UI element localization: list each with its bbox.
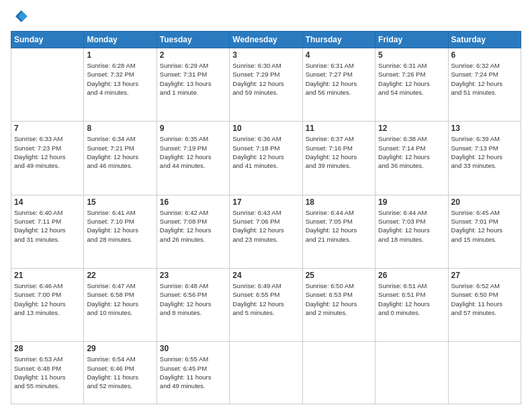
day-info: Sunrise: 6:50 AMSunset: 6:53 PMDaylight:… [306, 281, 372, 317]
col-tuesday: Tuesday [157, 32, 229, 48]
day-info: Sunrise: 6:31 AMSunset: 7:26 PMDaylight:… [378, 61, 445, 97]
table-row: 4Sunrise: 6:31 AMSunset: 7:27 PMDaylight… [302, 48, 375, 122]
table-row [375, 342, 448, 404]
day-info: Sunrise: 6:44 AMSunset: 7:05 PMDaylight:… [306, 208, 372, 244]
table-row: 29Sunrise: 6:54 AMSunset: 6:46 PMDayligh… [84, 342, 157, 404]
day-number: 15 [87, 197, 153, 207]
day-number: 20 [451, 197, 518, 207]
day-info: Sunrise: 6:49 AMSunset: 6:55 PMDaylight:… [232, 281, 299, 317]
table-row: 23Sunrise: 6:48 AMSunset: 6:56 PMDayligh… [157, 269, 229, 342]
day-number: 19 [378, 197, 445, 207]
table-row: 26Sunrise: 6:51 AMSunset: 6:51 PMDayligh… [375, 269, 448, 342]
day-number: 28 [14, 344, 81, 353]
day-info: Sunrise: 6:33 AMSunset: 7:23 PMDaylight:… [14, 134, 81, 170]
col-wednesday: Wednesday [230, 32, 302, 48]
day-info: Sunrise: 6:53 AMSunset: 6:48 PMDaylight:… [14, 355, 81, 390]
day-info: Sunrise: 6:31 AMSunset: 7:27 PMDaylight:… [306, 61, 372, 97]
day-info: Sunrise: 6:51 AMSunset: 6:51 PMDaylight:… [378, 281, 445, 317]
table-row: 9Sunrise: 6:35 AMSunset: 7:19 PMDaylight… [157, 122, 229, 195]
day-number: 9 [160, 124, 226, 133]
day-number: 5 [378, 50, 445, 60]
day-number: 21 [14, 271, 81, 280]
table-row: 6Sunrise: 6:32 AMSunset: 7:24 PMDaylight… [448, 48, 521, 122]
day-number: 2 [160, 50, 226, 60]
day-number: 8 [87, 124, 153, 133]
col-sunday: Sunday [11, 32, 84, 48]
table-row: 30Sunrise: 6:55 AMSunset: 6:45 PMDayligh… [157, 342, 229, 404]
day-number: 22 [87, 271, 153, 280]
day-number: 10 [232, 124, 299, 133]
day-number: 25 [306, 271, 372, 280]
table-row: 1Sunrise: 6:28 AMSunset: 7:32 PMDaylight… [84, 48, 157, 122]
table-row: 8Sunrise: 6:34 AMSunset: 7:21 PMDaylight… [84, 122, 157, 195]
table-row: 5Sunrise: 6:31 AMSunset: 7:26 PMDaylight… [375, 48, 448, 122]
day-info: Sunrise: 6:46 AMSunset: 7:00 PMDaylight:… [14, 281, 81, 317]
day-info: Sunrise: 6:39 AMSunset: 7:13 PMDaylight:… [451, 134, 518, 170]
col-saturday: Saturday [448, 32, 521, 48]
table-row: 27Sunrise: 6:52 AMSunset: 6:50 PMDayligh… [448, 269, 521, 342]
table-row: 12Sunrise: 6:38 AMSunset: 7:14 PMDayligh… [375, 122, 448, 195]
col-thursday: Thursday [302, 32, 375, 48]
table-row: 25Sunrise: 6:50 AMSunset: 6:53 PMDayligh… [302, 269, 375, 342]
logo [11, 8, 32, 27]
day-number: 24 [232, 271, 299, 280]
day-number: 14 [14, 197, 81, 207]
day-number: 12 [378, 124, 445, 133]
day-info: Sunrise: 6:44 AMSunset: 7:03 PMDaylight:… [378, 208, 445, 244]
day-info: Sunrise: 6:47 AMSunset: 6:58 PMDaylight:… [87, 281, 153, 317]
day-number: 23 [160, 271, 226, 280]
table-row [448, 342, 521, 404]
col-monday: Monday [84, 32, 157, 48]
day-info: Sunrise: 6:30 AMSunset: 7:29 PMDaylight:… [232, 61, 299, 97]
page: Sunday Monday Tuesday Wednesday Thursday… [0, 0, 532, 411]
day-info: Sunrise: 6:28 AMSunset: 7:32 PMDaylight:… [87, 61, 153, 97]
col-friday: Friday [375, 32, 448, 48]
day-number: 3 [232, 50, 299, 60]
table-row: 13Sunrise: 6:39 AMSunset: 7:13 PMDayligh… [448, 122, 521, 195]
day-number: 26 [378, 271, 445, 280]
day-info: Sunrise: 6:29 AMSunset: 7:31 PMDaylight:… [160, 61, 226, 97]
day-info: Sunrise: 6:37 AMSunset: 7:16 PMDaylight:… [306, 134, 372, 170]
table-row: 7Sunrise: 6:33 AMSunset: 7:23 PMDaylight… [11, 122, 84, 195]
day-number: 1 [87, 50, 153, 60]
calendar: Sunday Monday Tuesday Wednesday Thursday… [11, 31, 521, 404]
calendar-header-row: Sunday Monday Tuesday Wednesday Thursday… [11, 32, 521, 48]
table-row: 19Sunrise: 6:44 AMSunset: 7:03 PMDayligh… [375, 195, 448, 268]
table-row: 22Sunrise: 6:47 AMSunset: 6:58 PMDayligh… [84, 269, 157, 342]
day-number: 11 [306, 124, 372, 133]
logo-icon [11, 8, 30, 27]
day-info: Sunrise: 6:35 AMSunset: 7:19 PMDaylight:… [160, 134, 226, 170]
day-number: 7 [14, 124, 81, 133]
day-number: 29 [87, 344, 153, 353]
table-row: 10Sunrise: 6:36 AMSunset: 7:18 PMDayligh… [230, 122, 302, 195]
table-row: 11Sunrise: 6:37 AMSunset: 7:16 PMDayligh… [302, 122, 375, 195]
day-info: Sunrise: 6:34 AMSunset: 7:21 PMDaylight:… [87, 134, 153, 170]
table-row: 15Sunrise: 6:41 AMSunset: 7:10 PMDayligh… [84, 195, 157, 268]
table-row: 14Sunrise: 6:40 AMSunset: 7:11 PMDayligh… [11, 195, 84, 268]
day-info: Sunrise: 6:36 AMSunset: 7:18 PMDaylight:… [232, 134, 299, 170]
header [11, 8, 521, 27]
day-number: 18 [306, 197, 372, 207]
day-info: Sunrise: 6:48 AMSunset: 6:56 PMDaylight:… [160, 281, 226, 317]
day-info: Sunrise: 6:42 AMSunset: 7:08 PMDaylight:… [160, 208, 226, 244]
table-row: 2Sunrise: 6:29 AMSunset: 7:31 PMDaylight… [157, 48, 229, 122]
day-info: Sunrise: 6:52 AMSunset: 6:50 PMDaylight:… [451, 281, 518, 317]
table-row: 3Sunrise: 6:30 AMSunset: 7:29 PMDaylight… [230, 48, 302, 122]
day-number: 16 [160, 197, 226, 207]
day-info: Sunrise: 6:32 AMSunset: 7:24 PMDaylight:… [451, 61, 518, 97]
table-row: 18Sunrise: 6:44 AMSunset: 7:05 PMDayligh… [302, 195, 375, 268]
day-info: Sunrise: 6:54 AMSunset: 6:46 PMDaylight:… [87, 355, 153, 390]
day-number: 30 [160, 344, 226, 353]
table-row: 24Sunrise: 6:49 AMSunset: 6:55 PMDayligh… [230, 269, 302, 342]
table-row: 21Sunrise: 6:46 AMSunset: 7:00 PMDayligh… [11, 269, 84, 342]
day-number: 13 [451, 124, 518, 133]
table-row: 17Sunrise: 6:43 AMSunset: 7:06 PMDayligh… [230, 195, 302, 268]
table-row [230, 342, 302, 404]
table-row: 16Sunrise: 6:42 AMSunset: 7:08 PMDayligh… [157, 195, 229, 268]
day-info: Sunrise: 6:43 AMSunset: 7:06 PMDaylight:… [232, 208, 299, 244]
table-row: 20Sunrise: 6:45 AMSunset: 7:01 PMDayligh… [448, 195, 521, 268]
day-info: Sunrise: 6:55 AMSunset: 6:45 PMDaylight:… [160, 355, 226, 390]
day-info: Sunrise: 6:41 AMSunset: 7:10 PMDaylight:… [87, 208, 153, 244]
table-row [302, 342, 375, 404]
day-info: Sunrise: 6:40 AMSunset: 7:11 PMDaylight:… [14, 208, 81, 244]
